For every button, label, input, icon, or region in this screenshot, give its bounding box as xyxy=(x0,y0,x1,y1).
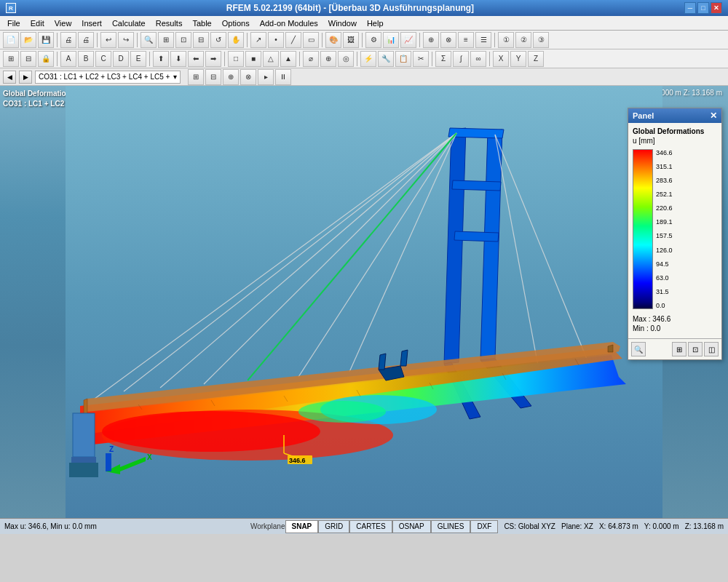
tb-x2[interactable]: ② xyxy=(515,32,531,48)
panel-icon-2[interactable]: ⊡ xyxy=(688,342,703,356)
dxf-button[interactable]: DXF xyxy=(470,520,498,533)
lc-btn6[interactable]: ⏸ xyxy=(275,69,291,85)
tb-extra1[interactable]: ⊕ xyxy=(423,32,439,48)
tb2-g1[interactable]: X xyxy=(493,51,509,67)
tb2-f3[interactable]: ∞ xyxy=(470,51,486,67)
menu-edit[interactable]: Edit xyxy=(26,17,49,29)
tb-zoom-win[interactable]: ⊟ xyxy=(193,32,209,48)
tb2-d1[interactable]: ⌀ xyxy=(303,51,319,67)
tb2-f2[interactable]: ∫ xyxy=(453,51,469,67)
tb2-g2[interactable]: Y xyxy=(510,51,526,67)
menu-addon[interactable]: Add-on Modules xyxy=(256,17,323,29)
tb2-snap[interactable]: ⊞ xyxy=(3,51,19,67)
tb-extra3[interactable]: ≡ xyxy=(458,32,474,48)
tb2-e4[interactable]: ✂ xyxy=(413,51,429,67)
glines-button[interactable]: GLINES xyxy=(431,520,471,533)
tb2-e1[interactable]: ⚡ xyxy=(360,51,376,67)
tb-res2[interactable]: 📈 xyxy=(400,32,416,48)
tb-open[interactable]: 📂 xyxy=(20,32,36,48)
tb2-c1[interactable]: □ xyxy=(228,51,244,67)
grid-button[interactable]: GRID xyxy=(318,520,349,533)
tb2-b2[interactable]: ⬇ xyxy=(170,51,186,67)
tb2-a3[interactable]: C xyxy=(95,51,111,67)
tb-node[interactable]: • xyxy=(268,32,284,48)
tb-rotate[interactable]: ↺ xyxy=(210,32,226,48)
lc-prev-button[interactable]: ◀ xyxy=(3,71,16,84)
lc-btn2[interactable]: ⊟ xyxy=(205,69,221,85)
menu-calculate[interactable]: Calculate xyxy=(108,17,150,29)
tb-undo[interactable]: ↩ xyxy=(100,32,116,48)
tb-extra4[interactable]: ☰ xyxy=(475,32,491,48)
tb2-e2[interactable]: 🔧 xyxy=(378,51,394,67)
tb2-d3[interactable]: ◎ xyxy=(338,51,354,67)
tb2-b4[interactable]: ➡ xyxy=(205,51,221,67)
tb-render[interactable]: 🎨 xyxy=(325,32,341,48)
tb-zoom-sel[interactable]: ⊡ xyxy=(175,32,191,48)
snap-button[interactable]: SNAP xyxy=(285,520,319,533)
tb-zoom-all[interactable]: ⊞ xyxy=(158,32,174,48)
panel-icon-1[interactable]: ⊞ xyxy=(672,342,687,356)
tb2-lock[interactable]: 🔒 xyxy=(38,51,54,67)
tb-redo[interactable]: ↪ xyxy=(118,32,134,48)
lc-btn1[interactable]: ⊞ xyxy=(188,69,204,85)
menu-insert[interactable]: Insert xyxy=(77,17,106,29)
cartes-button[interactable]: CARTES xyxy=(349,520,392,533)
tb2-sep-7 xyxy=(489,52,490,66)
tb-surf[interactable]: ▭ xyxy=(303,32,319,48)
tb-new[interactable]: 📄 xyxy=(3,32,19,48)
lc-dropdown[interactable]: CO31 : LC1 + LC2 + LC3 + LC4 + LC5 + ▾ xyxy=(35,71,181,84)
tb-x3[interactable]: ③ xyxy=(533,32,549,48)
minimize-button[interactable]: ─ xyxy=(684,2,696,14)
tb2-grid[interactable]: ⊟ xyxy=(20,51,36,67)
tb-calc[interactable]: ⚙ xyxy=(365,32,381,48)
tb-res[interactable]: 📊 xyxy=(383,32,399,48)
tb-print[interactable]: 🖨 xyxy=(60,32,76,48)
panel-footer: 🔍 ⊞ ⊡ ◫ xyxy=(628,338,721,359)
tb2-c2[interactable]: ■ xyxy=(245,51,261,67)
menu-options[interactable]: Options xyxy=(218,17,254,29)
tb2-d2[interactable]: ⊕ xyxy=(320,51,336,67)
tb-extra2[interactable]: ⊗ xyxy=(440,32,456,48)
tb-select[interactable]: ↗ xyxy=(250,32,266,48)
bridge-3d-view: X Z 346.6 xyxy=(0,86,728,518)
osnap-button[interactable]: OSNAP xyxy=(392,520,431,533)
panel-icon-3[interactable]: ◫ xyxy=(704,342,719,356)
menu-table[interactable]: Table xyxy=(188,17,215,29)
menu-help[interactable]: Help xyxy=(363,17,388,29)
tb2-c4[interactable]: ▲ xyxy=(280,51,296,67)
panel-close-button[interactable]: ✕ xyxy=(710,111,717,121)
tb2-c3[interactable]: △ xyxy=(263,51,279,67)
tb2-e3[interactable]: 📋 xyxy=(395,51,411,67)
tb2-f1[interactable]: Σ xyxy=(435,51,451,67)
tb-line[interactable]: ╱ xyxy=(285,32,301,48)
tb-pan[interactable]: ✋ xyxy=(228,32,244,48)
svg-point-24 xyxy=(298,401,386,423)
maximize-button[interactable]: □ xyxy=(697,2,709,14)
main-viewport[interactable]: Global Deformations u [mm] CO31 : LC1 + … xyxy=(0,86,728,518)
tb2-g3[interactable]: Z xyxy=(528,51,544,67)
lc-btn4[interactable]: ⊗ xyxy=(240,69,256,85)
menu-results[interactable]: Results xyxy=(151,17,187,29)
tb2-a4[interactable]: D xyxy=(113,51,129,67)
tb-print2[interactable]: 🖨 xyxy=(78,32,94,48)
lc-btn3[interactable]: ⊕ xyxy=(223,69,239,85)
menu-window[interactable]: Window xyxy=(324,17,361,29)
tb-render2[interactable]: 🖼 xyxy=(343,32,359,48)
menu-view[interactable]: View xyxy=(50,17,76,29)
lc-btn5[interactable]: ▸ xyxy=(258,69,274,85)
lc-next-button[interactable]: ▶ xyxy=(19,71,32,84)
tb2-b1[interactable]: ⬆ xyxy=(153,51,169,67)
status-bar: Max u: 346.6, Min u: 0.0 mm Workplane SN… xyxy=(0,518,728,534)
tb2-a2[interactable]: B xyxy=(78,51,94,67)
tb2-a1[interactable]: A xyxy=(60,51,76,67)
tb2-a5[interactable]: E xyxy=(130,51,146,67)
close-button[interactable]: ✕ xyxy=(711,2,722,14)
panel-search-button[interactable]: 🔍 xyxy=(631,342,646,356)
tb2-sep-5 xyxy=(357,52,357,66)
tb-x1[interactable]: ① xyxy=(498,32,514,48)
tb-zoom-in[interactable]: 🔍 xyxy=(141,32,157,48)
panel-body: Global Deformations u [mm] 346.6 315.1 2… xyxy=(628,123,721,338)
tb2-b3[interactable]: ⬅ xyxy=(188,51,204,67)
tb-save[interactable]: 💾 xyxy=(38,32,54,48)
menu-file[interactable]: File xyxy=(3,17,25,29)
